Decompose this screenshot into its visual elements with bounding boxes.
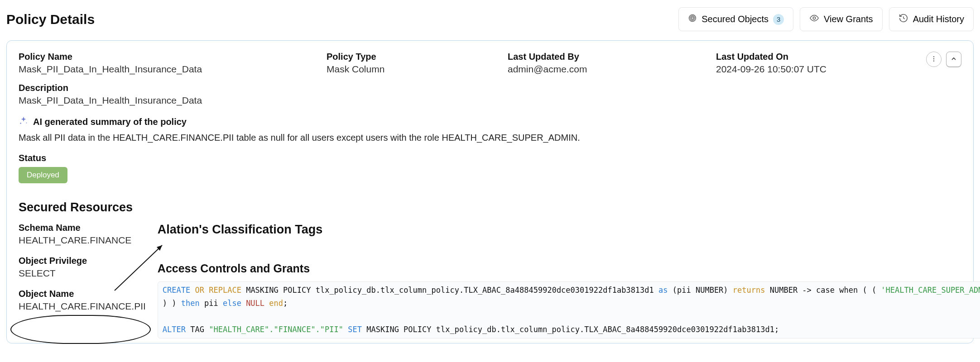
sql-token: MASKING POLICY tlx_policy_db.tlx_column_…	[362, 325, 779, 334]
secured-objects-count: 3	[773, 14, 784, 25]
page-title: Policy Details	[6, 12, 95, 27]
description-cell: Description Mask_PII_Data_In_Health_Insu…	[19, 83, 961, 106]
schema-name-value: HEALTH_CARE.FINANCE	[19, 235, 146, 246]
audit-history-button[interactable]: Audit History	[889, 7, 974, 31]
sql-token: MASKING POLICY tlx_policy_db.tlx_column_…	[241, 286, 658, 295]
secured-resources-left: Schema Name HEALTH_CARE.FINANCE Object P…	[19, 223, 146, 338]
sql-token: ) )	[163, 299, 181, 308]
object-privilege-label: Object Privilege	[19, 256, 146, 266]
policy-details-card: Policy Name Mask_PII_Data_In_Health_Insu…	[6, 40, 974, 343]
secured-resources-heading: Secured Resources	[19, 200, 961, 214]
sql-token: OR	[195, 286, 204, 295]
eye-icon	[809, 13, 819, 25]
audit-history-label: Audit History	[913, 14, 964, 24]
svg-point-6	[933, 60, 934, 61]
sql-token: TAG	[186, 325, 209, 334]
chevron-up-icon	[950, 55, 957, 64]
sql-token: end	[269, 299, 283, 308]
ai-summary-heading-row: AI generated summary of the policy	[19, 116, 961, 128]
ai-summary-text: Mask all PII data in the HEALTH_CARE.FIN…	[19, 133, 961, 143]
card-actions	[926, 52, 961, 67]
policy-type-cell: Policy Type Mask Column	[327, 52, 508, 75]
sql-token: as	[658, 286, 668, 295]
collapse-button[interactable]	[946, 52, 961, 67]
svg-point-8	[26, 123, 27, 124]
object-privilege-value: SELECT	[19, 268, 146, 279]
policy-type-label: Policy Type	[327, 52, 508, 62]
policy-name-cell: Policy Name Mask_PII_Data_In_Health_Insu…	[19, 52, 327, 75]
status-label: Status	[19, 153, 961, 163]
sql-token: (pii NUMBER)	[668, 286, 733, 295]
schema-name-label: Schema Name	[19, 223, 146, 233]
svg-point-3	[813, 17, 816, 19]
policy-name-label: Policy Name	[19, 52, 327, 62]
view-grants-button[interactable]: View Grants	[800, 7, 883, 31]
annotation-ellipse	[10, 315, 151, 344]
sql-token: ALTER	[163, 325, 186, 334]
secured-objects-label: Secured Objects	[701, 14, 769, 24]
fingerprint-icon	[688, 14, 697, 25]
status-badge: Deployed	[19, 167, 67, 183]
vertical-dots-icon	[930, 55, 937, 64]
svg-point-0	[692, 17, 694, 19]
sql-token: ;	[283, 299, 288, 308]
sql-token: REPLACE	[209, 286, 241, 295]
sql-token: "HEALTH_CARE"."FINANCE"."PII"	[209, 325, 343, 334]
svg-point-5	[933, 58, 934, 59]
sql-token: SET	[343, 325, 362, 334]
ai-summary-heading: AI generated summary of the policy	[33, 117, 187, 127]
last-updated-on-cell: Last Updated On 2024-09-26 10:50:07 UTC	[716, 52, 926, 75]
view-grants-label: View Grants	[824, 14, 873, 24]
sql-token: 'HEALTH_CARE_SUPER_ADMIN'	[881, 286, 980, 295]
header-row: Policy Details Secured Objects 3 View Gr…	[6, 7, 974, 31]
history-icon	[898, 13, 908, 25]
action-buttons: Secured Objects 3 View Grants Audit Hist…	[678, 7, 974, 31]
more-menu-button[interactable]	[926, 52, 942, 67]
secured-resources-right: Alation's Classification Tags Access Con…	[158, 223, 980, 338]
object-name-value: HEALTH_CARE.FINANCE.PII	[19, 301, 146, 312]
description-value: Mask_PII_Data_In_Health_Insurance_Data	[19, 95, 961, 106]
svg-marker-10	[157, 245, 162, 251]
svg-point-4	[933, 56, 934, 57]
sql-token: CREATE	[163, 286, 190, 295]
sql-token: NUMBER -> case when ( (	[765, 286, 881, 295]
sql-token: NULL	[241, 299, 269, 308]
description-label: Description	[19, 83, 961, 93]
sql-token: returns	[733, 286, 765, 295]
last-updated-on-value: 2024-09-26 10:50:07 UTC	[716, 64, 926, 75]
last-updated-by-value: admin@acme.com	[508, 64, 716, 75]
policy-name-value: Mask_PII_Data_In_Health_Insurance_Data	[19, 64, 327, 75]
secured-objects-button[interactable]: Secured Objects 3	[678, 7, 793, 31]
sql-code-block: CREATE OR REPLACE MASKING POLICY tlx_pol…	[158, 281, 980, 338]
last-updated-on-label: Last Updated On	[716, 52, 926, 62]
svg-point-7	[20, 123, 21, 124]
classification-tags-heading: Alation's Classification Tags	[158, 223, 980, 237]
sparkle-icon	[19, 116, 29, 128]
policy-type-value: Mask Column	[327, 64, 508, 75]
sql-token: else	[223, 299, 241, 308]
last-updated-by-label: Last Updated By	[508, 52, 716, 62]
sql-token: then	[181, 299, 200, 308]
object-name-label: Object Name	[19, 289, 146, 299]
sql-token: pii	[200, 299, 223, 308]
last-updated-by-cell: Last Updated By admin@acme.com	[508, 52, 716, 75]
access-controls-heading: Access Controls and Grants	[158, 262, 310, 275]
svg-point-1	[690, 16, 695, 20]
